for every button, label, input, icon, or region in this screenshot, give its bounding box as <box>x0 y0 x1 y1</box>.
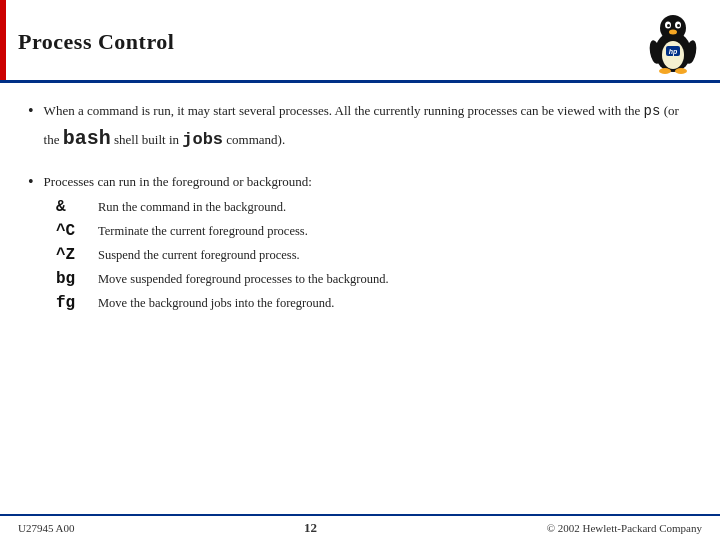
page-title: Process Control <box>18 29 174 55</box>
bullet-1-marker: • <box>28 102 34 120</box>
commands-list: &Run the command in the background.^CTer… <box>56 198 389 318</box>
svg-point-2 <box>660 15 686 41</box>
command-key: ^C <box>56 222 98 240</box>
header: Process Control <box>0 0 720 83</box>
svg-point-5 <box>667 24 670 27</box>
command-desc: Run the command in the background. <box>98 200 286 215</box>
footer-right: © 2002 Hewlett-Packard Company <box>547 522 702 534</box>
footer-left: U27945 A00 <box>18 522 75 534</box>
bullet-2-section: • Processes can run in the foreground or… <box>28 172 692 318</box>
footer: U27945 A00 12 © 2002 Hewlett-Packard Com… <box>0 514 720 540</box>
bullet-2-intro: Processes can run in the foreground or b… <box>44 172 312 192</box>
command-key: ^Z <box>56 246 98 264</box>
ps-command: ps <box>644 103 661 119</box>
command-key: bg <box>56 270 98 288</box>
footer-page-number: 12 <box>304 520 317 536</box>
main-content: • When a command is run, it may start se… <box>0 83 720 514</box>
bullet-2-marker: • <box>28 173 34 191</box>
bullet-1-text-before-ps: When a command is run, it may start seve… <box>44 103 641 118</box>
svg-point-8 <box>659 68 671 74</box>
command-key: & <box>56 198 98 216</box>
command-desc: Move the background jobs into the foregr… <box>98 296 334 311</box>
command-row: ^CTerminate the current foreground proce… <box>56 222 389 240</box>
bash-command: bash <box>63 127 111 150</box>
page: Process Control <box>0 0 720 540</box>
command-row: ^ZSuspend the current foreground process… <box>56 246 389 264</box>
svg-point-7 <box>669 30 677 35</box>
bullet-1-command-label: command). <box>226 132 285 147</box>
command-row: fgMove the background jobs into the fore… <box>56 294 389 312</box>
bullet-1-text: When a command is run, it may start seve… <box>44 101 692 154</box>
bullet-1-text-after-bash: shell built in <box>114 132 182 147</box>
header-left-bar <box>0 0 6 80</box>
bullet-1-section: • When a command is run, it may start se… <box>28 101 692 154</box>
command-row: &Run the command in the background. <box>56 198 389 216</box>
command-desc: Suspend the current foreground process. <box>98 248 300 263</box>
svg-text:hp: hp <box>669 48 678 56</box>
svg-point-6 <box>677 24 680 27</box>
command-row: bgMove suspended foreground processes to… <box>56 270 389 288</box>
command-desc: Terminate the current foreground process… <box>98 224 308 239</box>
command-desc: Move suspended foreground processes to t… <box>98 272 389 287</box>
logo-area: hp <box>644 8 702 76</box>
jobs-command: jobs <box>182 130 223 149</box>
command-key: fg <box>56 294 98 312</box>
tux-icon: hp <box>644 8 702 76</box>
svg-point-9 <box>675 68 687 74</box>
